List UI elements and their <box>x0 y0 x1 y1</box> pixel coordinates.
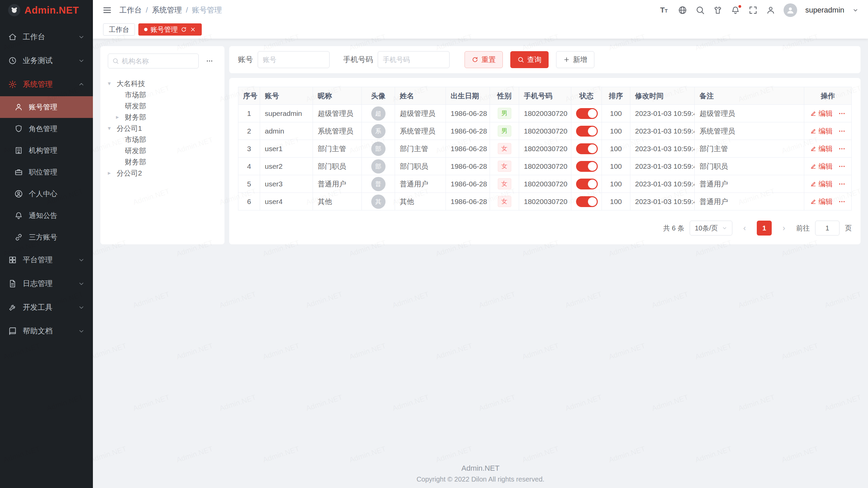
tree-node[interactable]: ▸财务部 <box>108 111 217 123</box>
edit-button[interactable]: 编辑 <box>810 162 833 171</box>
chevron-up-icon <box>78 81 85 88</box>
more-actions-icon[interactable] <box>838 127 846 135</box>
prev-page-button[interactable]: ‹ <box>738 221 751 236</box>
font-size-icon[interactable]: TT <box>660 5 670 15</box>
edit-button[interactable]: 编辑 <box>810 109 833 118</box>
notification-bell-icon[interactable] <box>731 5 740 15</box>
sidebar-item-business-test[interactable]: 业务测试 <box>0 49 93 73</box>
org-search-input[interactable] <box>122 57 194 65</box>
tree-node[interactable]: ▾大名科技 <box>108 78 217 89</box>
tree-node[interactable]: ▸分公司2 <box>108 167 217 179</box>
username[interactable]: superadmin <box>805 6 844 15</box>
cell-avatar: 部 <box>362 158 395 175</box>
query-form: 账号 手机号码 重置 查询 <box>229 46 861 73</box>
logo-text: Admin.NET <box>24 5 79 16</box>
caret-right-icon[interactable]: ▸ <box>108 169 117 177</box>
caret-down-icon[interactable]: ▾ <box>108 80 117 87</box>
goto-label: 前往 <box>796 224 810 233</box>
add-button[interactable]: 新增 <box>556 51 594 68</box>
user-avatar[interactable] <box>784 3 797 17</box>
caret-right-icon[interactable]: ▸ <box>116 114 125 121</box>
tree-node[interactable]: ▾分公司1 <box>108 123 217 134</box>
more-actions-icon[interactable] <box>838 110 846 117</box>
edit-button[interactable]: 编辑 <box>810 197 833 206</box>
page-number-current[interactable]: 1 <box>757 221 772 236</box>
cell-nickname: 部门主管 <box>313 140 362 158</box>
phone-input[interactable] <box>378 51 450 68</box>
sidebar-item-help-docs[interactable]: 帮助文档 <box>0 319 93 343</box>
hamburger-menu-icon[interactable] <box>102 5 112 15</box>
fullscreen-icon[interactable] <box>748 5 758 15</box>
sidebar-menu: 工作台业务测试系统管理账号管理角色管理机构管理职位管理个人中心通知公告三方账号平… <box>0 20 93 343</box>
edit-button[interactable]: 编辑 <box>810 144 833 154</box>
sidebar-item-role-management[interactable]: 角色管理 <box>0 118 93 140</box>
cell-op: 编辑 <box>804 193 852 210</box>
tree-node-label: 财务部 <box>125 113 146 122</box>
theme-icon[interactable] <box>713 5 723 15</box>
tab-close-icon[interactable] <box>190 26 196 33</box>
cell-seq: 2 <box>238 122 260 140</box>
sidebar-item-notice-announcement[interactable]: 通知公告 <box>0 205 93 226</box>
account-input[interactable] <box>258 51 330 68</box>
caret-down-icon[interactable]: ▾ <box>108 125 117 132</box>
sidebar-item-platform-management[interactable]: 平台管理 <box>0 248 93 272</box>
cell-name: 部门职员 <box>395 158 446 175</box>
bell-icon <box>14 211 23 220</box>
sidebar-item-third-party-account[interactable]: 三方账号 <box>0 226 93 248</box>
search-icon[interactable] <box>695 5 705 15</box>
accounts-table: 序号账号昵称头像姓名出生日期性别手机号码状态排序修改时间备注操作 1supera… <box>238 87 852 210</box>
tree-node[interactable]: 市场部 <box>108 134 217 145</box>
cell-gender: 男 <box>490 105 519 122</box>
edit-button[interactable]: 编辑 <box>810 126 833 136</box>
tree-node[interactable]: 研发部 <box>108 145 217 156</box>
breadcrumb-item[interactable]: 工作台 <box>119 5 142 15</box>
cell-status <box>571 105 602 122</box>
cell-name: 部门主管 <box>395 140 446 158</box>
profile-icon[interactable] <box>766 5 775 15</box>
sidebar-item-log-management[interactable]: 日志管理 <box>0 272 93 296</box>
more-actions-icon[interactable] <box>838 198 846 205</box>
tree-node[interactable]: 研发部 <box>108 100 217 111</box>
tree-node[interactable]: 财务部 <box>108 156 217 167</box>
status-toggle[interactable] <box>576 196 598 207</box>
chevron-down-icon[interactable] <box>852 7 859 13</box>
status-toggle[interactable] <box>576 161 598 172</box>
sidebar-item-dev-tools[interactable]: 开发工具 <box>0 296 93 319</box>
sidebar-item-system-management[interactable]: 系统管理 <box>0 73 93 96</box>
tab-refresh-icon[interactable] <box>181 26 187 33</box>
tab-workbench[interactable]: 工作台 <box>103 23 135 36</box>
more-actions-icon[interactable] <box>838 180 846 188</box>
search-button[interactable]: 查询 <box>510 51 549 68</box>
sidebar-item-org-management[interactable]: 机构管理 <box>0 140 93 161</box>
sidebar-item-position-management[interactable]: 职位管理 <box>0 161 93 183</box>
tree-more-button[interactable] <box>202 54 217 68</box>
language-icon[interactable] <box>678 5 687 15</box>
grid-icon <box>8 256 17 264</box>
goto-page-input[interactable] <box>815 221 840 236</box>
reset-button[interactable]: 重置 <box>465 51 503 68</box>
sidebar-item-workbench[interactable]: 工作台 <box>0 25 93 49</box>
breadcrumb-item[interactable]: 系统管理 <box>152 5 182 15</box>
status-toggle[interactable] <box>576 108 598 119</box>
edit-button[interactable]: 编辑 <box>810 179 833 189</box>
status-toggle[interactable] <box>576 179 598 189</box>
cell-nickname: 普通用户 <box>313 175 362 193</box>
more-actions-icon[interactable] <box>838 163 846 170</box>
more-actions-icon[interactable] <box>838 145 846 152</box>
status-toggle[interactable] <box>576 126 598 137</box>
status-toggle[interactable] <box>576 143 598 154</box>
page-size-select[interactable]: 10条/页 <box>690 221 732 236</box>
link-icon <box>14 233 23 242</box>
table-row: 2admin系统管理员系系统管理员1986-06-28男180200307201… <box>238 122 852 140</box>
cell-sort: 100 <box>602 105 630 122</box>
sidebar-item-personal-center[interactable]: 个人中心 <box>0 183 93 205</box>
chevron-down-icon <box>78 34 85 40</box>
cell-status <box>571 122 602 140</box>
column-header-name: 姓名 <box>395 87 446 105</box>
tab-account-management[interactable]: 账号管理 <box>138 23 202 36</box>
next-page-button[interactable]: › <box>777 221 791 236</box>
user-icon <box>14 103 23 111</box>
sidebar-item-account-management[interactable]: 账号管理 <box>0 96 93 118</box>
app-logo[interactable]: Admin.NET <box>0 0 93 20</box>
tree-node[interactable]: 市场部 <box>108 89 217 100</box>
